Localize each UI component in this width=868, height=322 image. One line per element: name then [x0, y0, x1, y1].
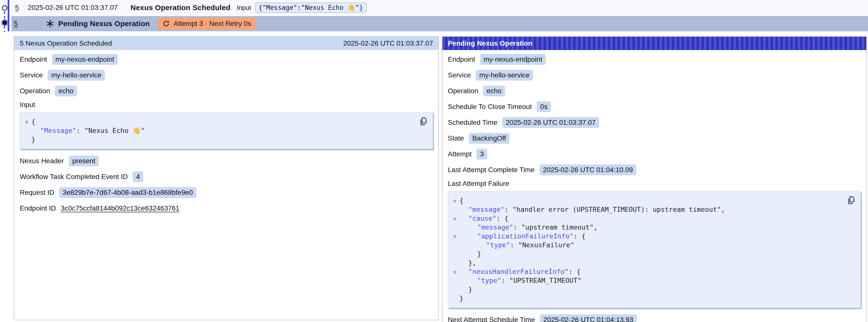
- json-line-text: {: [31, 117, 35, 126]
- panel-timestamp: 2025-02-26 UTC 01:03:37.07: [343, 39, 433, 47]
- json-line: ∨"cause": {: [450, 214, 843, 223]
- detail-field-row: Schedule To Close Timeout 0s: [448, 101, 861, 113]
- json-line-text: "Message": "Nexus Echo 👋": [31, 126, 145, 135]
- json-line-text: "nexusHandlerFailureInfo": {: [459, 267, 581, 276]
- field-label: Service: [20, 71, 43, 79]
- next-attempt-schedule-time-value: 2025-02-26 UTC 01:04:13.93: [540, 314, 637, 322]
- detail-field-row: Service my-hello-service: [20, 69, 433, 81]
- collapse-chevron-icon[interactable]: ∨: [450, 196, 459, 205]
- detail-field-row: Service my-hello-service: [448, 69, 861, 81]
- detail-field-row: Scheduled Time 2025-02-26 UTC 01:03:37.0…: [448, 117, 861, 128]
- field-label: Operation: [448, 87, 478, 95]
- json-line-text: "applicationFailureInfo": {: [459, 232, 586, 240]
- copy-button[interactable]: [418, 116, 429, 127]
- detail-field-row: Attempt 3: [448, 148, 861, 160]
- json-line-text: }: [31, 135, 35, 144]
- input-json-block: ∨{"Message": "Nexus Echo 👋"}: [20, 112, 433, 149]
- json-line-text: "message": "upstream timeout",: [459, 223, 597, 232]
- detail-field-row: Last Attempt Complete Time 2025-02-26 UT…: [448, 164, 861, 176]
- detail-field-row: Operation echo: [448, 85, 861, 97]
- field-label: Operation: [20, 87, 50, 95]
- copy-icon: [418, 117, 428, 126]
- json-line: }: [22, 135, 415, 144]
- panel-body: Endpoint my-nexus-endpoint Service my-he…: [14, 50, 438, 214]
- field-label: Last Attempt Complete Time: [448, 166, 535, 174]
- collapse-chevron-icon[interactable]: ∨: [450, 232, 459, 240]
- json-line: "type": "NexusFailure": [450, 240, 843, 250]
- json-line: "message": "handler error (UPSTREAM_TIME…: [450, 205, 843, 214]
- gutter-spacer: [450, 285, 459, 294]
- json-line-text: "message": "handler error (UPSTREAM_TIME…: [459, 205, 725, 214]
- detail-field-row: Endpoint my-nexus-endpoint: [20, 54, 433, 65]
- field-label: Request ID: [20, 189, 54, 196]
- detail-field-row: Endpoint my-nexus-endpoint: [448, 54, 861, 65]
- json-line-text: "type": "NexusFailure": [459, 240, 575, 250]
- collapse-chevron-icon[interactable]: ∨: [22, 117, 31, 126]
- copy-button[interactable]: [846, 195, 857, 205]
- json-line: }: [450, 285, 843, 294]
- gutter-spacer: [450, 205, 459, 214]
- endpoint-id-link[interactable]: 3c0c75ccfa8144b092c13ce632463761: [61, 203, 179, 214]
- json-line: ∨{: [450, 196, 843, 205]
- collapse-chevron-icon[interactable]: ∨: [450, 267, 459, 276]
- field-label: Endpoint: [20, 56, 47, 63]
- event-row-nexus-operation-scheduled[interactable]: 5 2025-02-26 UTC 01:03:37.07 Nexus Opera…: [11, 0, 868, 15]
- detail-field-row: Next Attempt Schedule Time 2025-02-26 UT…: [448, 314, 861, 322]
- detail-field-row: Request ID 3e829b7e-7d67-4b08-aad3-b1e86…: [20, 187, 433, 198]
- retry-badge-text: Attempt 3 · Next Retry 0s: [174, 20, 251, 28]
- event-history-rows: 5 2025-02-26 UTC 01:03:37.07 Nexus Opera…: [11, 0, 868, 31]
- event-input-chip: {"Message":"Nexus Echo 👋"}: [255, 2, 367, 13]
- detail-field-row: Nexus Header present: [20, 155, 433, 167]
- event-id-link[interactable]: 5: [14, 20, 46, 28]
- json-line: "Message": "Nexus Echo 👋": [22, 126, 415, 135]
- gutter-spacer: [450, 250, 459, 258]
- event-row-pending-nexus-operation[interactable]: 5 Pending Nexus Operation Attempt 3 · Ne…: [11, 16, 868, 31]
- endpoint-value: my-nexus-endpoint: [52, 54, 118, 65]
- json-line: "type": "UPSTREAM_TIMEOUT": [450, 276, 843, 285]
- json-line: }: [450, 294, 843, 303]
- field-label: Endpoint ID: [20, 204, 56, 212]
- gutter-spacer: [450, 294, 459, 303]
- input-section-label: Input: [20, 101, 433, 109]
- collapse-chevron-icon[interactable]: ∨: [450, 214, 459, 223]
- gutter-spacer: [450, 223, 459, 232]
- endpoint-value: my-nexus-endpoint: [480, 54, 546, 65]
- panel-body: Endpoint my-nexus-endpoint Service my-he…: [442, 50, 866, 322]
- json-line: ∨{: [22, 117, 415, 126]
- failure-json-block: ∨{"message": "handler error (UPSTREAM_TI…: [448, 191, 861, 308]
- pending-nexus-operation-panel: Pending Nexus Operation Endpoint my-nexu…: [442, 36, 867, 322]
- field-label: Scheduled Time: [448, 119, 497, 127]
- gutter-spacer: [22, 135, 31, 144]
- nexus-header-value: present: [69, 156, 99, 166]
- scheduled-time-value: 2025-02-26 UTC 01:03:37.07: [502, 117, 599, 128]
- service-value: my-hello-service: [48, 70, 105, 80]
- gutter-spacer: [22, 126, 31, 135]
- event-id-link[interactable]: 5: [15, 4, 19, 11]
- service-value: my-hello-service: [476, 70, 533, 80]
- event-title: Nexus Operation Scheduled: [130, 3, 230, 12]
- gutter-spacer: [450, 258, 459, 267]
- json-line-text: "type": "UPSTREAM_TIMEOUT": [459, 276, 582, 285]
- panel-title: Pending Nexus Operation: [448, 39, 532, 47]
- field-label: Service: [448, 71, 471, 79]
- timeline-active-bar: [8, 0, 9, 31]
- schedule-to-close-timeout-value: 0s: [537, 101, 551, 112]
- json-line-text: }: [459, 285, 472, 294]
- timeline-dashed-connector: [4, 11, 5, 20]
- last-attempt-failure-label: Last Attempt Failure: [448, 180, 861, 188]
- field-label: Schedule To Close Timeout: [448, 103, 532, 111]
- state-value: BackingOff: [469, 133, 509, 144]
- json-line: "message": "upstream timeout",: [450, 223, 843, 232]
- event-title: Pending Nexus Operation: [58, 20, 150, 28]
- gutter-spacer: [450, 240, 459, 250]
- field-label: Nexus Header: [20, 157, 64, 165]
- nexus-operation-scheduled-panel: 5 Nexus Operation Scheduled 2025-02-26 U…: [14, 36, 439, 320]
- json-line: ∨"applicationFailureInfo": {: [450, 232, 843, 240]
- timeline-event-marker-icon: [2, 5, 7, 10]
- operation-value: echo: [55, 86, 77, 96]
- gutter-spacer: [450, 276, 459, 285]
- field-label: Endpoint: [448, 56, 475, 63]
- json-line-text: "cause": {: [459, 214, 508, 223]
- detail-field-row: State BackingOff: [448, 132, 861, 144]
- timeline-pending-marker-icon: [2, 21, 7, 25]
